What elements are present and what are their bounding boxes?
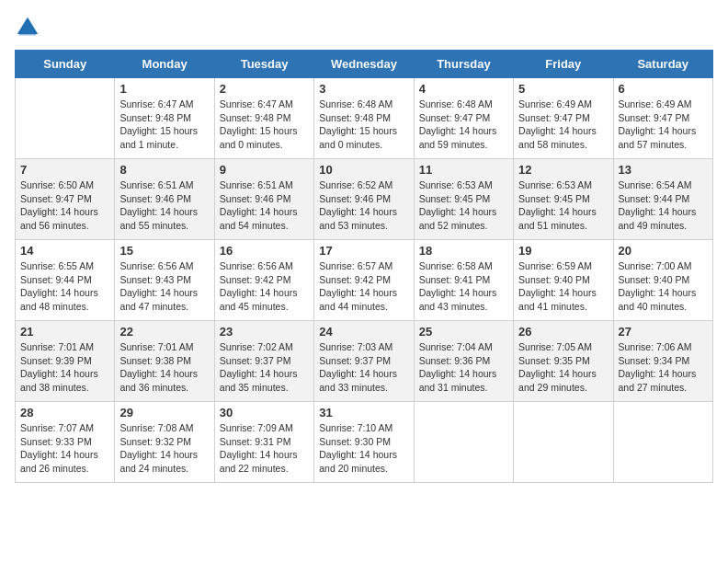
day-number: 14 [20, 244, 109, 258]
column-header-monday: Monday [115, 51, 214, 78]
day-detail: Sunrise: 6:48 AMSunset: 9:48 PMDaylight:… [319, 98, 408, 152]
day-detail: Sunrise: 7:01 AMSunset: 9:38 PMDaylight:… [119, 340, 209, 395]
header [15, 15, 713, 40]
calendar-cell: 29Sunrise: 7:08 AMSunset: 9:32 PMDayligh… [115, 402, 214, 483]
day-number: 13 [619, 163, 708, 177]
calendar-cell: 7Sunrise: 6:50 AMSunset: 9:47 PMDaylight… [16, 159, 115, 240]
day-detail: Sunrise: 6:49 AMSunset: 9:47 PMDaylight:… [518, 98, 608, 152]
day-number: 2 [220, 82, 309, 96]
calendar-cell: 4Sunrise: 6:48 AMSunset: 9:47 PMDaylight… [414, 78, 513, 159]
day-number: 7 [20, 163, 109, 177]
calendar-cell: 18Sunrise: 6:58 AMSunset: 9:41 PMDayligh… [414, 240, 513, 321]
day-number: 29 [119, 406, 209, 419]
calendar-cell: 30Sunrise: 7:09 AMSunset: 9:31 PMDayligh… [214, 402, 313, 483]
day-number: 3 [319, 82, 408, 96]
calendar-cell: 26Sunrise: 7:05 AMSunset: 9:35 PMDayligh… [514, 321, 613, 402]
calendar-cell: 1Sunrise: 6:47 AMSunset: 9:48 PMDaylight… [115, 78, 214, 159]
day-number: 27 [619, 325, 708, 339]
calendar-cell: 28Sunrise: 7:07 AMSunset: 9:33 PMDayligh… [16, 402, 115, 483]
day-number: 11 [419, 163, 508, 177]
day-detail: Sunrise: 6:47 AMSunset: 9:48 PMDaylight:… [119, 98, 209, 152]
calendar-week-row: 28Sunrise: 7:07 AMSunset: 9:33 PMDayligh… [16, 402, 713, 483]
day-detail: Sunrise: 7:10 AMSunset: 9:30 PMDaylight:… [319, 421, 408, 476]
day-detail: Sunrise: 6:51 AMSunset: 9:46 PMDaylight:… [119, 178, 209, 233]
day-number: 15 [119, 244, 209, 258]
day-detail: Sunrise: 7:08 AMSunset: 9:32 PMDaylight:… [119, 421, 209, 476]
day-detail: Sunrise: 7:03 AMSunset: 9:37 PMDaylight:… [319, 340, 408, 395]
column-header-thursday: Thursday [414, 51, 513, 78]
day-number: 25 [419, 325, 508, 339]
column-header-saturday: Saturday [613, 51, 712, 78]
day-number: 10 [319, 163, 408, 177]
calendar-week-row: 7Sunrise: 6:50 AMSunset: 9:47 PMDaylight… [16, 159, 713, 240]
day-number: 21 [20, 325, 109, 339]
calendar-cell [414, 402, 513, 483]
calendar-cell: 8Sunrise: 6:51 AMSunset: 9:46 PMDaylight… [115, 159, 214, 240]
day-detail: Sunrise: 6:59 AMSunset: 9:40 PMDaylight:… [518, 259, 608, 314]
logo [15, 15, 44, 40]
day-detail: Sunrise: 6:49 AMSunset: 9:47 PMDaylight:… [619, 98, 708, 152]
day-detail: Sunrise: 6:58 AMSunset: 9:41 PMDaylight:… [419, 259, 508, 314]
day-number: 23 [220, 325, 309, 339]
day-detail: Sunrise: 6:54 AMSunset: 9:44 PMDaylight:… [619, 178, 708, 233]
day-number: 18 [419, 244, 508, 258]
day-detail: Sunrise: 6:52 AMSunset: 9:46 PMDaylight:… [319, 178, 408, 233]
day-number: 4 [419, 82, 508, 96]
day-detail: Sunrise: 6:57 AMSunset: 9:42 PMDaylight:… [319, 259, 408, 314]
column-header-friday: Friday [514, 51, 613, 78]
calendar-week-row: 14Sunrise: 6:55 AMSunset: 9:44 PMDayligh… [16, 240, 713, 321]
calendar-cell: 31Sunrise: 7:10 AMSunset: 9:30 PMDayligh… [314, 402, 414, 483]
day-number: 20 [619, 244, 708, 258]
calendar-cell: 5Sunrise: 6:49 AMSunset: 9:47 PMDaylight… [514, 78, 613, 159]
day-detail: Sunrise: 7:01 AMSunset: 9:39 PMDaylight:… [20, 340, 109, 395]
day-detail: Sunrise: 7:06 AMSunset: 9:34 PMDaylight:… [619, 340, 708, 395]
day-number: 24 [319, 325, 408, 339]
day-number: 12 [518, 163, 608, 177]
day-detail: Sunrise: 6:56 AMSunset: 9:43 PMDaylight:… [119, 259, 209, 314]
calendar-cell: 22Sunrise: 7:01 AMSunset: 9:38 PMDayligh… [115, 321, 214, 402]
day-detail: Sunrise: 7:05 AMSunset: 9:35 PMDaylight:… [518, 340, 608, 395]
day-number: 16 [220, 244, 309, 258]
calendar-cell: 24Sunrise: 7:03 AMSunset: 9:37 PMDayligh… [314, 321, 414, 402]
calendar-cell: 10Sunrise: 6:52 AMSunset: 9:46 PMDayligh… [314, 159, 414, 240]
calendar-cell: 25Sunrise: 7:04 AMSunset: 9:36 PMDayligh… [414, 321, 513, 402]
calendar-cell [514, 402, 613, 483]
day-number: 19 [518, 244, 608, 258]
calendar-cell: 20Sunrise: 7:00 AMSunset: 9:40 PMDayligh… [613, 240, 712, 321]
day-number: 6 [619, 82, 708, 96]
calendar-cell: 14Sunrise: 6:55 AMSunset: 9:44 PMDayligh… [16, 240, 115, 321]
day-detail: Sunrise: 6:51 AMSunset: 9:46 PMDaylight:… [220, 178, 309, 233]
column-header-tuesday: Tuesday [214, 51, 313, 78]
calendar-cell: 3Sunrise: 6:48 AMSunset: 9:48 PMDaylight… [314, 78, 414, 159]
calendar-cell [613, 402, 712, 483]
calendar-cell: 21Sunrise: 7:01 AMSunset: 9:39 PMDayligh… [16, 321, 115, 402]
calendar-cell: 17Sunrise: 6:57 AMSunset: 9:42 PMDayligh… [314, 240, 414, 321]
day-number: 30 [220, 406, 309, 419]
logo-icon [15, 15, 40, 40]
day-detail: Sunrise: 6:53 AMSunset: 9:45 PMDaylight:… [518, 178, 608, 233]
calendar-cell: 2Sunrise: 6:47 AMSunset: 9:48 PMDaylight… [214, 78, 313, 159]
day-number: 28 [20, 406, 109, 419]
day-detail: Sunrise: 6:50 AMSunset: 9:47 PMDaylight:… [20, 178, 109, 233]
calendar-cell: 12Sunrise: 6:53 AMSunset: 9:45 PMDayligh… [514, 159, 613, 240]
calendar-week-row: 21Sunrise: 7:01 AMSunset: 9:39 PMDayligh… [16, 321, 713, 402]
calendar-cell: 6Sunrise: 6:49 AMSunset: 9:47 PMDaylight… [613, 78, 712, 159]
day-number: 1 [119, 82, 209, 96]
day-detail: Sunrise: 7:00 AMSunset: 9:40 PMDaylight:… [619, 259, 708, 314]
day-detail: Sunrise: 7:07 AMSunset: 9:33 PMDaylight:… [20, 421, 109, 476]
day-detail: Sunrise: 6:47 AMSunset: 9:48 PMDaylight:… [220, 98, 309, 152]
day-number: 17 [319, 244, 408, 258]
calendar-cell: 27Sunrise: 7:06 AMSunset: 9:34 PMDayligh… [613, 321, 712, 402]
day-detail: Sunrise: 7:02 AMSunset: 9:37 PMDaylight:… [220, 340, 309, 395]
calendar-cell: 23Sunrise: 7:02 AMSunset: 9:37 PMDayligh… [214, 321, 313, 402]
day-detail: Sunrise: 6:48 AMSunset: 9:47 PMDaylight:… [419, 98, 508, 152]
calendar-cell: 19Sunrise: 6:59 AMSunset: 9:40 PMDayligh… [514, 240, 613, 321]
column-header-wednesday: Wednesday [314, 51, 414, 78]
calendar-header-row: SundayMondayTuesdayWednesdayThursdayFrid… [16, 51, 713, 78]
day-detail: Sunrise: 6:56 AMSunset: 9:42 PMDaylight:… [220, 259, 309, 314]
day-detail: Sunrise: 6:53 AMSunset: 9:45 PMDaylight:… [419, 178, 508, 233]
day-number: 26 [518, 325, 608, 339]
day-number: 22 [119, 325, 209, 339]
calendar-cell [16, 78, 115, 159]
day-number: 9 [220, 163, 309, 177]
